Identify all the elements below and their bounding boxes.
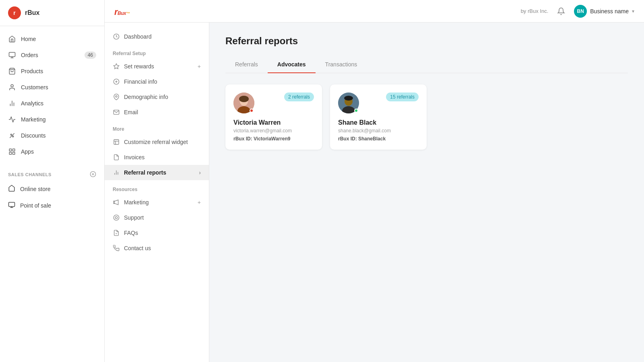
referral-reports-expand-icon: › xyxy=(199,169,201,176)
dashboard-icon xyxy=(113,33,120,40)
advocate-id-0: rBux ID: VictoriaWarren9 xyxy=(233,136,314,142)
dashboard-label: Dashboard xyxy=(124,33,152,40)
app-sidebar-customize-widget[interactable]: Customize referral widget xyxy=(105,134,209,150)
left-sidebar: r rBux Home Orders 46 Products xyxy=(0,0,105,362)
invoices-label: Invoices xyxy=(124,154,144,160)
demographic-info-label: Demographic info xyxy=(124,94,168,100)
referral-setup-section-label: Referral Setup xyxy=(105,44,209,59)
nav-label-discounts: Discounts xyxy=(21,132,45,139)
svg-point-9 xyxy=(12,136,14,137)
support-icon xyxy=(113,214,120,221)
advocates-grid: 2 referrals Victoria Warren victoria.war… xyxy=(225,84,628,150)
advocate-name-0: Victoria Warren xyxy=(233,119,314,126)
topbar: rBux™ by rBux Inc. BN Business name ▾ xyxy=(105,0,644,23)
faqs-label: FAQs xyxy=(124,230,138,236)
notifications-bell-icon[interactable] xyxy=(555,5,568,18)
tab-referrals[interactable]: Referrals xyxy=(225,56,268,73)
svg-rect-13 xyxy=(13,152,15,154)
tab-transactions[interactable]: Transactions xyxy=(316,56,367,73)
main-content: rBux™ by rBux Inc. BN Business name ▾ xyxy=(105,0,644,362)
user-avatar: BN xyxy=(574,5,587,18)
nav-label-products: Products xyxy=(21,68,43,74)
support-label: Support xyxy=(124,214,144,221)
svg-rect-11 xyxy=(9,149,11,151)
advocate-card-1: 15 referrals Shane Black shane.black@gma… xyxy=(330,84,427,150)
online-status-1 xyxy=(354,109,358,113)
advocate-id-1: rBux ID: ShaneBlack xyxy=(338,136,419,142)
orders-badge: 46 xyxy=(85,51,96,59)
widget-icon xyxy=(113,138,120,146)
nav-item-marketing[interactable]: Marketing xyxy=(0,111,104,128)
nav-item-online-store[interactable]: Online store xyxy=(0,181,104,197)
add-sales-channel-icon[interactable] xyxy=(90,171,96,178)
products-icon xyxy=(8,67,16,75)
set-rewards-plus-icon[interactable]: + xyxy=(198,63,201,70)
page-title: Referral reports xyxy=(225,35,628,47)
customize-widget-label: Customize referral widget xyxy=(124,139,188,145)
referral-reports-label: Referral reports xyxy=(124,169,166,176)
svg-point-4 xyxy=(11,84,13,87)
home-icon xyxy=(8,35,16,43)
nav-item-discounts[interactable]: Discounts xyxy=(0,128,104,144)
nav-item-apps[interactable]: Apps xyxy=(0,144,104,160)
referral-badge-1: 15 referrals xyxy=(386,93,419,101)
tab-advocates[interactable]: Advocates xyxy=(268,56,316,73)
advocate-card-0: 2 referrals Victoria Warren victoria.war… xyxy=(225,84,322,150)
svg-point-42 xyxy=(344,96,353,101)
svg-point-33 xyxy=(115,216,117,218)
nav-item-point-of-sale[interactable]: Point of sale xyxy=(0,197,104,214)
svg-rect-27 xyxy=(114,140,119,144)
report-tabs: Referrals Advocates Transactions xyxy=(225,56,628,73)
online-store-label: Online store xyxy=(20,186,50,192)
analytics-icon xyxy=(8,99,16,107)
faqs-icon xyxy=(113,229,120,237)
email-label: Email xyxy=(124,109,138,115)
email-icon xyxy=(113,109,120,116)
rbux-id-value-0: VictoriaWarren9 xyxy=(254,136,290,142)
marketing-plus-icon[interactable]: + xyxy=(198,199,201,206)
nav-item-home[interactable]: Home xyxy=(0,31,104,47)
user-menu[interactable]: BN Business name ▾ xyxy=(574,5,634,18)
rewards-icon xyxy=(113,63,120,70)
set-rewards-label: Set rewards xyxy=(124,63,154,70)
marketing-resources-label: Marketing xyxy=(124,199,149,206)
marketing-icon2 xyxy=(113,199,120,206)
nav-label-marketing: Marketing xyxy=(21,116,45,123)
contact-us-label: Contact us xyxy=(124,245,151,251)
advocate-card-header-0: 2 referrals xyxy=(233,93,314,113)
advocate-email-0: victoria.warren@gmail.com xyxy=(233,128,314,134)
app-sidebar-email[interactable]: Email xyxy=(105,105,209,120)
contact-icon xyxy=(113,245,120,252)
nav-item-customers[interactable]: Customers xyxy=(0,79,104,95)
app-sidebar-dashboard[interactable]: Dashboard xyxy=(105,29,209,44)
svg-point-38 xyxy=(239,96,249,102)
nav-label-apps: Apps xyxy=(21,148,34,155)
app-sidebar-support[interactable]: Support xyxy=(105,210,209,225)
topbar-right: by rBux Inc. BN Business name ▾ xyxy=(521,5,634,18)
svg-point-32 xyxy=(114,215,119,220)
sales-channels-section: SALES CHANNELS xyxy=(0,165,104,181)
nav-item-analytics[interactable]: Analytics xyxy=(0,95,104,111)
app-sidebar-faqs[interactable]: FAQs xyxy=(105,225,209,241)
online-status-0 xyxy=(250,109,254,113)
sidebar-app-name: rBux xyxy=(25,9,39,16)
orders-icon xyxy=(8,51,16,59)
app-sidebar: Dashboard Referral Setup Set rewards + F… xyxy=(105,23,209,362)
advocate-card-header-1: 15 referrals xyxy=(338,93,419,113)
app-sidebar-financial-info[interactable]: Financial info xyxy=(105,74,209,89)
nav-item-orders[interactable]: Orders 46 xyxy=(0,47,104,63)
app-sidebar-demographic-info[interactable]: Demographic info xyxy=(105,89,209,105)
svg-rect-14 xyxy=(9,152,11,154)
avatar-container-1 xyxy=(338,93,359,113)
financial-info-label: Financial info xyxy=(124,78,157,85)
app-sidebar-set-rewards[interactable]: Set rewards + xyxy=(105,59,209,74)
reports-icon xyxy=(113,169,120,176)
app-sidebar-marketing[interactable]: Marketing + xyxy=(105,195,209,210)
app-sidebar-contact-us[interactable]: Contact us xyxy=(105,241,209,256)
svg-rect-12 xyxy=(13,149,15,151)
discounts-icon xyxy=(8,132,16,140)
app-sidebar-invoices[interactable]: Invoices xyxy=(105,150,209,165)
svg-marker-22 xyxy=(114,64,119,69)
nav-item-products[interactable]: Products xyxy=(0,63,104,79)
app-sidebar-referral-reports[interactable]: Referral reports › xyxy=(105,165,209,180)
